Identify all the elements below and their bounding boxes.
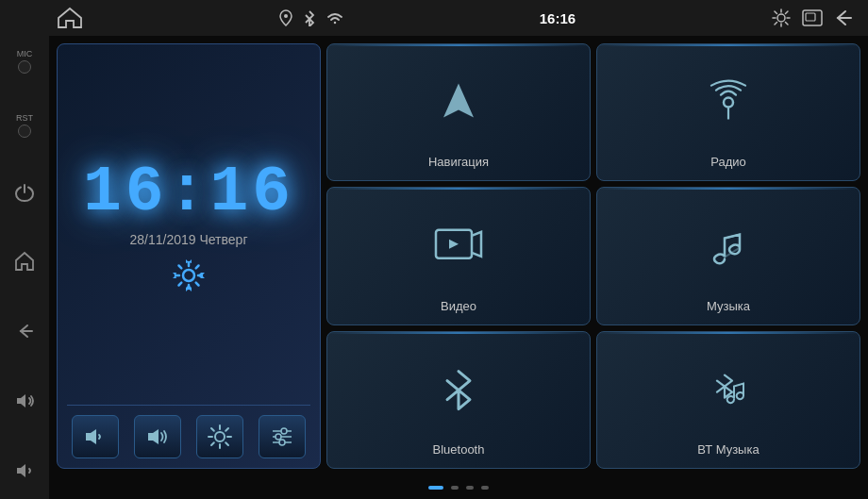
nav-arrow-icon <box>434 78 483 131</box>
back-side-button[interactable] <box>9 316 40 346</box>
page-dot-4[interactable] <box>481 486 489 490</box>
music-note-icon <box>704 222 753 274</box>
content-area: 16:16 28/11/2019 Четверг <box>49 36 868 476</box>
power-button[interactable] <box>9 177 40 208</box>
app-label-navigation: Навигация <box>428 155 489 169</box>
status-bar: 16:16 <box>0 0 868 36</box>
svg-point-12 <box>183 270 194 281</box>
window-icon[interactable] <box>802 9 823 26</box>
back-icon[interactable] <box>834 9 853 26</box>
svg-point-25 <box>275 434 281 440</box>
app-label-radio: Радио <box>710 155 746 169</box>
svg-line-7 <box>786 23 789 25</box>
page-dot-2[interactable] <box>451 486 459 490</box>
app-tile-bluetooth[interactable]: Bluetooth <box>326 331 591 469</box>
svg-line-19 <box>225 442 228 445</box>
rst-label: RST <box>16 113 33 123</box>
page-dot-3[interactable] <box>466 486 474 490</box>
app-tile-video[interactable]: Видео <box>326 187 591 324</box>
bluetooth-app-icon <box>439 365 478 418</box>
mic-label: MIC <box>17 49 33 58</box>
svg-marker-32 <box>449 240 459 249</box>
clock-time-display: 16:16 <box>83 160 294 225</box>
svg-rect-11 <box>806 13 815 21</box>
clock-eq-button[interactable] <box>259 415 306 458</box>
svg-line-6 <box>775 11 777 14</box>
svg-line-20 <box>225 428 228 431</box>
bt-music-icon <box>704 365 753 418</box>
volume-down-side-button[interactable] <box>9 456 40 486</box>
volume-up-side-button[interactable] <box>9 386 40 416</box>
app-label-video: Видео <box>441 299 476 313</box>
svg-point-0 <box>284 14 288 18</box>
page-dot-1[interactable] <box>428 486 443 490</box>
app-tile-navigation[interactable]: Навигация <box>326 43 591 181</box>
clock-date-display: 28/11/2019 Четверг <box>130 232 248 247</box>
app-tile-radio[interactable]: Радио <box>596 43 860 181</box>
svg-point-13 <box>215 432 225 441</box>
home-icon[interactable] <box>57 7 83 29</box>
bluetooth-status-icon <box>304 9 315 26</box>
app-label-music: Музыка <box>707 299 750 313</box>
svg-line-8 <box>786 11 789 14</box>
app-label-bt-music: ВТ Музыка <box>697 442 759 457</box>
side-panel: MIC RST <box>0 36 49 499</box>
svg-marker-28 <box>443 84 474 118</box>
clock-vol-up-button[interactable] <box>134 415 181 458</box>
app-grid: Навигация Радио <box>326 43 860 469</box>
status-bar-center <box>279 9 343 26</box>
clock-vol-down-button[interactable] <box>72 415 119 458</box>
svg-line-21 <box>211 442 214 445</box>
device-frame: 16:16 <box>0 0 868 499</box>
wifi-icon <box>326 11 343 25</box>
clock-settings-button[interactable] <box>168 255 209 296</box>
brightness-icon[interactable] <box>772 8 791 27</box>
svg-point-26 <box>281 428 287 434</box>
clock-controls <box>67 405 310 458</box>
app-label-bluetooth: Bluetooth <box>433 442 485 457</box>
svg-point-27 <box>279 440 285 445</box>
svg-line-18 <box>211 428 214 431</box>
radio-tower-icon <box>704 78 753 131</box>
video-play-icon <box>434 226 483 272</box>
svg-line-9 <box>775 23 777 25</box>
app-tile-bt-music[interactable]: ВТ Музыка <box>596 331 860 469</box>
svg-point-1 <box>777 14 785 22</box>
clock-widget: 16:16 28/11/2019 Четверг <box>57 43 321 469</box>
app-tile-music[interactable]: Музыка <box>596 187 860 324</box>
status-bar-left <box>57 7 83 29</box>
main-content: 16:16 28/11/2019 Четверг <box>49 36 868 499</box>
status-time: 16:16 <box>540 10 576 26</box>
status-bar-right <box>772 8 853 27</box>
page-dots <box>49 476 868 499</box>
location-icon <box>279 9 292 26</box>
clock-brightness-button[interactable] <box>196 415 243 458</box>
svg-point-29 <box>724 98 733 108</box>
home-side-button[interactable] <box>9 246 40 276</box>
